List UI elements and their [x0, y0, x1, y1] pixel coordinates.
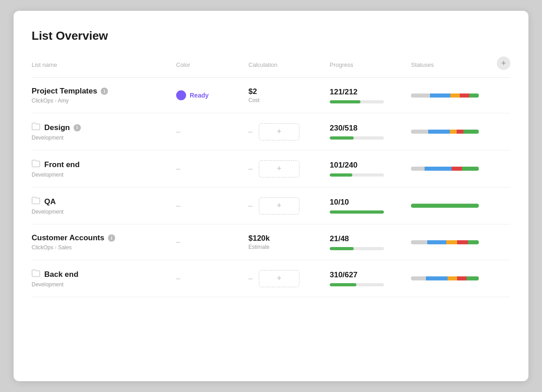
list-name-text: Project Templates [32, 87, 97, 96]
table-row: Customer AccountsiClickOps › Sales–$120k… [32, 224, 510, 260]
calc-dash: – [248, 202, 252, 210]
col-statuses: Statuses [411, 61, 491, 68]
progress-bar-fill [330, 210, 384, 214]
color-cell: Ready [176, 90, 248, 100]
add-calc-button[interactable]: + [259, 270, 299, 287]
progress-bar-fill [330, 173, 352, 177]
color-dash: – [176, 238, 180, 246]
list-name-text: Design [44, 123, 70, 132]
list-overview-card: List Overview List name Color Calculatio… [14, 11, 528, 381]
info-icon[interactable]: i [101, 88, 108, 95]
info-icon[interactable]: i [108, 234, 115, 242]
calc-cell: –+ [248, 123, 330, 140]
list-name-sub: Development [32, 135, 176, 141]
statuses-cell [411, 240, 510, 244]
list-name-text: Front end [44, 160, 79, 169]
folder-icon [32, 122, 41, 133]
page-title: List Overview [32, 29, 510, 43]
progress-cell: 230/518 [330, 124, 411, 140]
statuses-cell [411, 93, 510, 98]
table-row: Project TemplatesiClickOps › AmyReady$2C… [32, 78, 510, 113]
table-header: List name Color Calculation Progress Sta… [32, 56, 510, 78]
status-segment [426, 276, 448, 280]
status-segment [467, 276, 479, 280]
status-segment [411, 167, 425, 171]
progress-numbers: 101/240 [330, 161, 411, 170]
list-name-main: Front end [32, 159, 176, 170]
status-segment [457, 130, 463, 134]
progress-bar-wrap [330, 283, 384, 286]
table-row: Back endDevelopment––+310/627 [32, 260, 510, 297]
add-calc-button[interactable]: + [259, 123, 299, 140]
calc-cell: –+ [248, 160, 330, 177]
color-cell: – [176, 128, 248, 136]
list-name-cell: DesigniDevelopment [32, 122, 176, 141]
add-calc-button[interactable]: + [259, 197, 299, 215]
list-name-text: Back end [44, 270, 79, 279]
status-segment [411, 204, 479, 208]
status-segment [427, 240, 446, 244]
status-segment [430, 93, 450, 98]
calc-cell: –+ [248, 270, 330, 287]
color-dash: – [176, 165, 180, 173]
status-segment [428, 130, 450, 134]
calc-type: Cost [248, 97, 330, 103]
status-segment [411, 240, 427, 244]
status-bar [411, 276, 479, 280]
list-name-main: Customer Accountsi [32, 233, 176, 243]
color-dash: – [176, 128, 180, 136]
progress-cell: 21/48 [330, 234, 411, 250]
color-dash: – [176, 275, 180, 283]
color-cell: – [176, 202, 248, 210]
statuses-cell [411, 130, 510, 134]
color-cell: – [176, 238, 248, 246]
calc-type: Estimate [248, 244, 330, 250]
progress-numbers: 10/10 [330, 198, 411, 207]
list-name-sub: ClickOps › Amy [32, 98, 176, 104]
progress-numbers: 310/627 [330, 271, 411, 280]
status-segment [411, 276, 426, 280]
folder-icon [32, 159, 41, 170]
progress-bar-wrap [330, 173, 384, 177]
table-row: Front endDevelopment––+101/240 [32, 150, 510, 187]
add-calc-button[interactable]: + [259, 160, 299, 177]
table-row: DesigniDevelopment––+230/518 [32, 113, 510, 150]
add-list-button[interactable]: + [497, 56, 510, 70]
rows-container: Project TemplatesiClickOps › AmyReady$2C… [32, 78, 510, 297]
list-name-text: Customer Accounts [32, 233, 104, 243]
list-name-cell: QADevelopment [32, 196, 176, 215]
list-name-sub: Development [32, 281, 176, 288]
list-name-sub: ClickOps › Sales [32, 244, 176, 251]
calc-value: $120k [248, 234, 330, 243]
progress-bar-fill [330, 283, 356, 286]
status-bar [411, 240, 479, 244]
progress-bar-wrap [330, 136, 384, 140]
info-icon[interactable]: i [74, 124, 81, 131]
progress-cell: 121/212 [330, 88, 411, 103]
color-cell: – [176, 165, 248, 173]
col-progress: Progress [330, 61, 411, 68]
status-segment [457, 276, 467, 280]
status-bar [411, 167, 479, 171]
color-dash: – [176, 202, 180, 210]
calc-cell: –+ [248, 197, 330, 215]
status-segment [450, 93, 460, 98]
calc-cell: $120kEstimate [248, 234, 330, 250]
list-name-sub: Development [32, 172, 176, 178]
progress-numbers: 121/212 [330, 88, 411, 97]
statuses-cell [411, 276, 510, 280]
status-segment [411, 93, 430, 98]
status-segment [425, 167, 452, 171]
list-name-sub: Development [32, 209, 176, 215]
list-name-text: QA [44, 197, 56, 206]
calc-cell: $2Cost [248, 87, 330, 103]
status-segment [450, 130, 457, 134]
progress-cell: 310/627 [330, 271, 411, 286]
status-segment [468, 240, 479, 244]
status-bar [411, 93, 479, 98]
progress-cell: 101/240 [330, 161, 411, 177]
color-cell: – [176, 275, 248, 283]
add-list-area: + [491, 56, 510, 73]
status-segment [452, 167, 462, 171]
table-row: QADevelopment––+10/10 [32, 187, 510, 224]
